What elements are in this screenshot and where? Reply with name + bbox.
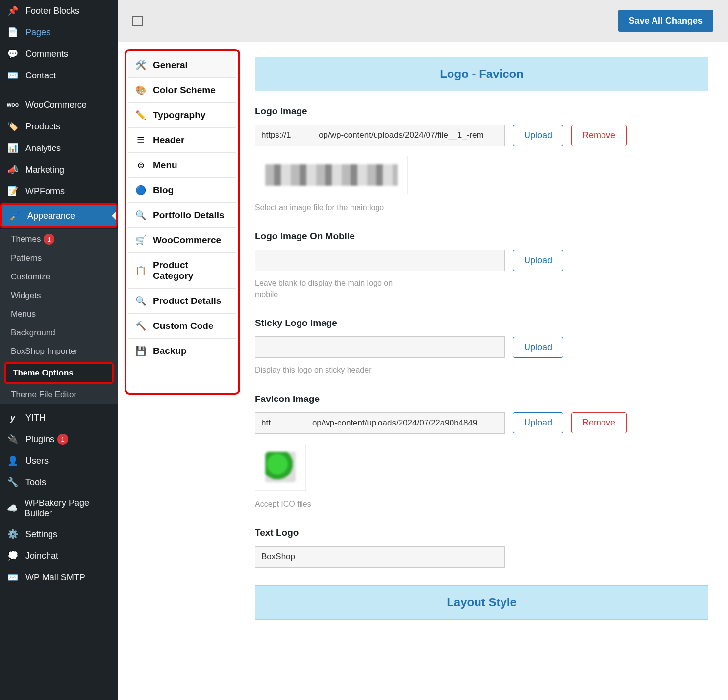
tab-label: Custom Code <box>153 321 214 331</box>
menu-tools[interactable]: Tools <box>0 472 118 493</box>
options-topbar: Save All Changes <box>118 0 728 42</box>
remove-button[interactable]: Remove <box>571 125 627 146</box>
main-content: Save All Changes 🛠️General 🎨Color Scheme… <box>118 0 728 700</box>
field-help: Accept ICO files <box>255 499 407 510</box>
menu-footer-blocks[interactable]: Footer Blocks <box>0 0 118 22</box>
menu-marketing[interactable]: Marketing <box>0 159 118 180</box>
settings-panel: Logo - Favicon Logo Image Upload Remove … <box>240 42 728 700</box>
tab-typography[interactable]: ✏️Typography <box>128 103 236 128</box>
tab-menu[interactable]: ⊜Menu <box>128 153 236 178</box>
menu-label: WPBakery Page Builder <box>25 498 111 519</box>
submenu-customize[interactable]: Customize <box>0 268 118 286</box>
options-tabs: 🛠️General 🎨Color Scheme ✏️Typography ☰He… <box>128 53 236 363</box>
submenu-menus[interactable]: Menus <box>0 305 118 324</box>
upload-button[interactable]: Upload <box>513 337 563 358</box>
field-logo-mobile: Logo Image On Mobile Upload Leave blank … <box>255 231 708 300</box>
menu-wpbakery[interactable]: WPBakery Page Builder <box>0 493 118 524</box>
save-all-button[interactable]: Save All Changes <box>618 10 713 32</box>
menu-wpforms[interactable]: WPForms <box>0 180 118 202</box>
field-label: Text Logo <box>255 527 708 538</box>
menu-users[interactable]: Users <box>0 450 118 472</box>
page-icon <box>7 26 19 38</box>
menu-settings[interactable]: Settings <box>0 524 118 545</box>
menu-appearance[interactable]: Appearance <box>2 205 116 226</box>
menu-icon: ⊜ <box>135 160 146 171</box>
logo-mobile-input[interactable] <box>255 250 505 271</box>
menu-label: Tools <box>25 477 46 488</box>
favicon-preview-image <box>265 452 296 482</box>
submenu-patterns[interactable]: Patterns <box>0 249 118 268</box>
content-area: 🛠️General 🎨Color Scheme ✏️Typography ☰He… <box>118 42 728 700</box>
menu-label: Joinchat <box>25 551 58 561</box>
upload-button[interactable]: Upload <box>513 125 563 146</box>
menu-joinchat[interactable]: Joinchat <box>0 545 118 567</box>
upload-button[interactable]: Upload <box>513 412 563 433</box>
submenu-label: Widgets <box>11 291 41 300</box>
menu-analytics[interactable]: Analytics <box>0 137 118 159</box>
submenu-boxshop-importer[interactable]: BoxShop Importer <box>0 342 118 361</box>
menu-contact[interactable]: Contact <box>0 65 118 86</box>
tab-label: Product Category <box>153 260 229 281</box>
field-text-logo: Text Logo <box>255 527 708 568</box>
logo-image-input[interactable] <box>255 125 505 146</box>
mail-icon <box>7 572 19 583</box>
field-favicon: Favicon Image Upload Remove Accept ICO f… <box>255 394 708 510</box>
favicon-input[interactable] <box>255 412 505 434</box>
plug-icon <box>7 433 19 445</box>
menu-pages[interactable]: Pages <box>0 22 118 43</box>
tab-color-scheme[interactable]: 🎨Color Scheme <box>128 78 236 103</box>
hammer-icon: 🔨 <box>135 321 146 331</box>
tab-backup[interactable]: 💾Backup <box>128 339 236 363</box>
upload-button[interactable]: Upload <box>513 250 563 271</box>
submenu-themes[interactable]: Themes1 <box>0 229 118 249</box>
menu-woocommerce[interactable]: wooWooCommerce <box>0 94 118 116</box>
tab-custom-code[interactable]: 🔨Custom Code <box>128 314 236 339</box>
menu-label: WPForms <box>25 186 65 197</box>
field-help: Display this logo on sticky header <box>255 365 407 375</box>
menu-label: Footer Blocks <box>25 6 79 16</box>
submenu-label: Menus <box>11 309 36 319</box>
highlight-options-tabs: 🛠️General 🎨Color Scheme ✏️Typography ☰He… <box>125 49 240 395</box>
tab-portfolio-details[interactable]: 🔍Portfolio Details <box>128 203 236 228</box>
highlight-theme-options: Theme Options <box>4 362 114 384</box>
tab-general[interactable]: 🛠️General <box>128 53 236 78</box>
section-layout-style: Layout Style <box>255 585 708 620</box>
submenu-theme-file-editor[interactable]: Theme File Editor <box>0 385 118 404</box>
tab-woocommerce[interactable]: 🛒WooCommerce <box>128 228 236 253</box>
submenu-widgets[interactable]: Widgets <box>0 286 118 305</box>
tab-product-details[interactable]: 🔍Product Details <box>128 289 236 314</box>
sticky-logo-input[interactable] <box>255 336 505 358</box>
highlight-appearance: Appearance <box>0 203 118 228</box>
menu-comments[interactable]: Comments <box>0 43 118 65</box>
text-logo-input[interactable] <box>255 546 505 568</box>
remove-button[interactable]: Remove <box>571 412 627 433</box>
document-icon[interactable] <box>132 16 143 26</box>
wp-admin-sidebar: Footer Blocks Pages Comments Contact woo… <box>0 0 118 700</box>
menu-products[interactable]: Products <box>0 116 118 137</box>
blog-icon: 🔵 <box>135 185 146 196</box>
tab-header[interactable]: ☰Header <box>128 128 236 153</box>
megaphone-icon <box>7 164 19 175</box>
menu-label: WP Mail SMTP <box>25 573 85 583</box>
submenu-label: Customize <box>11 272 50 281</box>
menu-label: YITH <box>25 413 46 423</box>
menu-label: Contact <box>25 71 56 81</box>
cart-icon: 🛒 <box>135 235 146 246</box>
menu-plugins[interactable]: Plugins1 <box>0 428 118 450</box>
submenu-background[interactable]: Background <box>0 324 118 342</box>
menu-wpmailsmtp[interactable]: WP Mail SMTP <box>0 567 118 588</box>
update-badge: 1 <box>44 234 54 245</box>
tab-label: WooCommerce <box>153 235 221 246</box>
tab-blog[interactable]: 🔵Blog <box>128 178 236 203</box>
field-help: Leave blank to display the main logo on … <box>255 278 407 300</box>
chart-icon <box>7 142 19 154</box>
submenu-theme-options[interactable]: Theme Options <box>6 364 112 382</box>
section-logo-favicon: Logo - Favicon <box>255 57 708 91</box>
field-label: Favicon Image <box>255 394 708 404</box>
submenu-label: Themes <box>11 234 41 244</box>
menu-label: Users <box>25 456 49 466</box>
palette-icon: 🎨 <box>135 85 146 96</box>
menu-yith[interactable]: yYITH <box>0 407 118 428</box>
appearance-submenu: Themes1 Patterns Customize Widgets Menus… <box>0 229 118 404</box>
tab-product-category[interactable]: 📋Product Category <box>128 253 236 289</box>
